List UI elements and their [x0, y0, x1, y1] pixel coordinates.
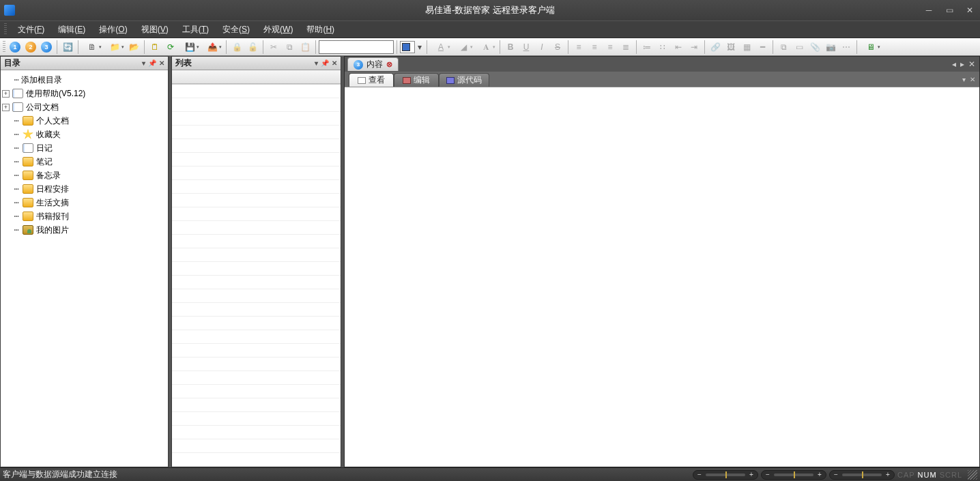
content-next-icon[interactable]: ▸ [960, 59, 964, 69]
sub-tab-source[interactable]: 源代码 [439, 73, 489, 87]
menu-file[interactable]: 文件(F) [11, 22, 51, 38]
view-3-button[interactable]: 3 [39, 40, 54, 55]
folder-icon [23, 212, 33, 221]
content-tab-bar: 3 内容 ⊗ ◂ ▸ ✕ [345, 57, 979, 72]
font-button: 𝐀▾ [475, 40, 497, 55]
insert-image-button: 🖼 [723, 40, 738, 55]
zoom-out-icon[interactable]: − [831, 471, 841, 478]
content-close-all-icon[interactable]: ✕ [968, 59, 975, 69]
tree-panel-menu-icon[interactable]: ▾ [142, 59, 145, 67]
lock-button: 🔒 [229, 40, 244, 55]
tree-item[interactable]: ⋯个人文档 [2, 114, 167, 128]
content-tab-close-icon[interactable]: ⊗ [386, 60, 392, 69]
sub-tab-menu-icon[interactable]: ▾ [962, 76, 966, 83]
menu-bar: 文件(F) 编辑(E) 操作(O) 视图(V) 工具(T) 安全(S) 外观(W… [0, 20, 980, 38]
expander-icon[interactable]: + [2, 90, 10, 98]
tree-item-label: 使用帮助(V5.12) [26, 88, 85, 100]
underline-button: U [519, 40, 534, 55]
tree-item[interactable]: ⋯添加根目录 [2, 73, 167, 87]
zoom-control-1[interactable]: −+ [693, 470, 758, 480]
refresh-button[interactable]: 🔄 [60, 40, 75, 55]
zoom-control-2[interactable]: −+ [761, 470, 826, 480]
new-folder-button[interactable]: 📁▾ [104, 40, 126, 55]
sync-button[interactable]: ⟳ [163, 40, 178, 55]
tree-item[interactable]: ⋯日记 [2, 141, 167, 155]
minimize-button[interactable]: ─ [919, 0, 939, 20]
content-tab-main[interactable]: 3 内容 ⊗ [347, 57, 399, 71]
list-column-header[interactable] [172, 70, 341, 84]
window-title: 易佳通-数据管家 远程登录客户端 [425, 4, 555, 16]
tree-item[interactable]: ⋯书籍报刊 [2, 209, 167, 223]
list-panel-close-icon[interactable]: ✕ [332, 59, 337, 67]
tree-item[interactable]: +使用帮助(V5.12) [2, 87, 167, 100]
list-panel-pin-icon[interactable]: 📌 [321, 59, 329, 67]
search-input[interactable] [319, 40, 394, 54]
tree-item[interactable]: +公司文档 [2, 100, 167, 114]
content-body[interactable] [345, 87, 979, 467]
menu-tool[interactable]: 工具(T) [175, 22, 216, 38]
zoom-in-icon[interactable]: + [883, 471, 893, 478]
tree-item-label: 生活文摘 [36, 197, 69, 209]
list-panel: 列表 ▾ 📌 ✕ [171, 56, 341, 467]
zoom-in-icon[interactable]: + [815, 471, 824, 478]
menu-view[interactable]: 视图(V) [134, 22, 175, 38]
align-justify-button: ≣ [618, 40, 633, 55]
expander-icon[interactable]: + [2, 104, 10, 111]
menu-appearance[interactable]: 外观(W) [257, 22, 300, 38]
tree-item-label: 我的图片 [36, 224, 69, 236]
sub-tab-view[interactable]: 查看 [349, 73, 394, 87]
export-button[interactable]: 📤▾ [201, 40, 223, 55]
tree-item[interactable]: ⋯收藏夹 [2, 128, 167, 141]
tree-item[interactable]: ⋯生活文摘 [2, 196, 167, 209]
content-prev-icon[interactable]: ◂ [952, 59, 956, 69]
sub-tab-close-icon[interactable]: ✕ [970, 76, 975, 83]
screenshot-button: ⧉ [776, 40, 791, 55]
align-left-button: ≡ [571, 40, 586, 55]
folder-icon [23, 157, 33, 166]
highlight-color-picker[interactable] [400, 41, 415, 53]
view-2-button[interactable]: 2 [23, 40, 38, 55]
zoom-out-icon[interactable]: − [695, 471, 704, 478]
skin-button[interactable]: 🖥▾ [860, 40, 882, 55]
zoom-slider[interactable] [842, 473, 882, 476]
menu-edit[interactable]: 编辑(E) [51, 22, 92, 38]
resize-grip-icon[interactable] [968, 470, 977, 480]
save-button[interactable]: 💾▾ [179, 40, 201, 55]
tree-item-label: 备忘录 [36, 170, 61, 181]
tree-item[interactable]: ⋯备忘录 [2, 169, 167, 182]
view-1-button[interactable]: 1 [8, 40, 23, 55]
directory-tree[interactable]: ⋯添加根目录+使用帮助(V5.12)+公司文档⋯个人文档⋯收藏夹⋯日记⋯笔记⋯备… [1, 70, 168, 239]
highlight-drop[interactable]: ▾ [416, 40, 424, 55]
zoom-in-icon[interactable]: + [747, 471, 756, 478]
app-icon [4, 5, 15, 16]
folder-icon [23, 184, 33, 194]
camera-button: 📷 [823, 40, 838, 55]
tree-item[interactable]: ⋯笔记 [2, 155, 167, 169]
window-button: ▭ [792, 40, 807, 55]
zoom-control-3[interactable]: −+ [829, 470, 895, 480]
align-center-button: ≡ [587, 40, 602, 55]
tree-item[interactable]: ⋯日程安排 [2, 182, 167, 196]
maximize-button[interactable]: ▭ [939, 0, 960, 20]
tree-panel-pin-icon[interactable]: 📌 [148, 59, 156, 67]
edit-icon [403, 77, 411, 84]
menu-safety[interactable]: 安全(S) [216, 22, 257, 38]
open-button[interactable]: 📂 [126, 40, 141, 55]
close-button[interactable]: ✕ [960, 0, 980, 20]
menu-help[interactable]: 帮助(H) [300, 22, 341, 38]
tree-panel-close-icon[interactable]: ✕ [159, 59, 164, 67]
list-body[interactable] [172, 70, 341, 467]
zoom-slider[interactable] [774, 473, 813, 476]
copy-button: ⧉ [282, 40, 297, 55]
note-button[interactable]: 🗒 [147, 40, 162, 55]
list-panel-menu-icon[interactable]: ▾ [315, 59, 318, 67]
zoom-out-icon[interactable]: − [763, 471, 773, 478]
sub-tab-edit[interactable]: 编辑 [394, 73, 439, 87]
tree-item-label: 日程安排 [36, 184, 69, 195]
tree-item-label: 添加根目录 [21, 74, 62, 86]
zoom-slider[interactable] [706, 473, 745, 476]
tree-item[interactable]: ⋯我的图片 [2, 223, 167, 237]
menu-operate[interactable]: 操作(O) [92, 22, 134, 38]
align-right-button: ≡ [603, 40, 618, 55]
new-document-button[interactable]: 🗎▾ [81, 40, 103, 55]
